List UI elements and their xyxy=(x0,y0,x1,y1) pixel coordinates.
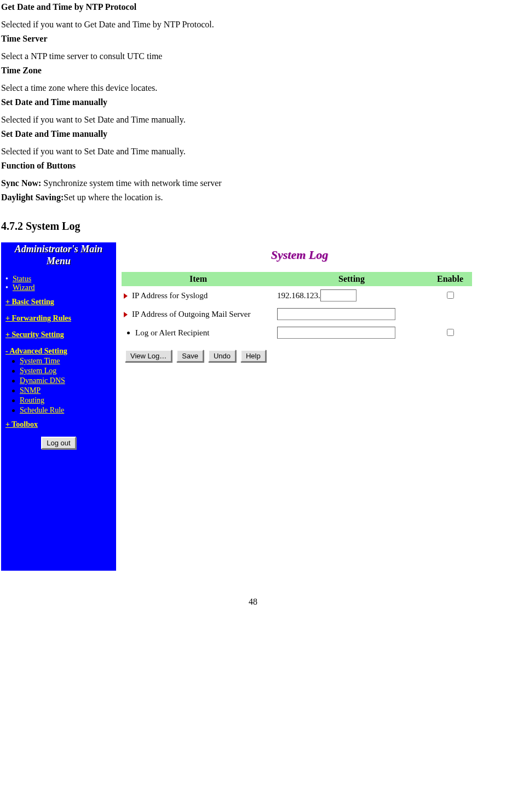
recipient-input[interactable] xyxy=(277,327,395,339)
bullet-icon xyxy=(124,328,135,337)
logout-button[interactable]: Log out xyxy=(41,437,76,449)
table-row: IP Address of Outgoing Mail Server xyxy=(122,305,472,323)
th-item: Item xyxy=(122,272,275,286)
table-row: Log or Alert Recipient xyxy=(122,323,472,342)
heading-ntp: Get Date and Time by NTP Protocol xyxy=(1,2,505,12)
label-sync-now: Sync Now: xyxy=(1,178,43,188)
enable-recipient-checkbox[interactable] xyxy=(447,329,454,336)
sidebar-title-line1: Administrator's Main xyxy=(15,243,103,254)
sidebar-sub-dynamic-dns[interactable]: Dynamic DNS xyxy=(20,376,65,385)
para-time-server: Select a NTP time server to consult UTC … xyxy=(1,51,505,61)
mail-server-input[interactable] xyxy=(277,308,395,320)
heading-set-manual-1: Set Date and Time manually xyxy=(1,97,505,107)
sidebar-group-security[interactable]: + Security Setting xyxy=(5,330,116,339)
undo-button[interactable]: Undo xyxy=(208,350,236,362)
save-button[interactable]: Save xyxy=(176,350,204,362)
ip-prefix: 192.168.123. xyxy=(277,291,320,300)
help-button[interactable]: Help xyxy=(240,350,266,362)
sidebar-sub-schedule-rule[interactable]: Schedule Rule xyxy=(20,406,64,414)
sidebar-sub-system-time[interactable]: System Time xyxy=(20,357,60,365)
ip-syslogd-input[interactable] xyxy=(320,289,357,301)
arrow-icon xyxy=(124,310,132,318)
sidebar-link-status[interactable]: Status xyxy=(13,275,31,283)
para-time-zone: Select a time zone where this device loc… xyxy=(1,83,505,93)
table-row: IP Address for Syslogd 192.168.123. xyxy=(122,286,472,305)
para-set-manual-1: Selected if you want to Set Date and Tim… xyxy=(1,115,505,125)
heading-time-server: Time Server xyxy=(1,34,505,44)
label-mail-server: IP Address of Outgoing Mail Server xyxy=(132,310,251,318)
section-heading-system-log: 4.7.2 System Log xyxy=(1,220,505,233)
sidebar-title-line2: Menu xyxy=(47,256,71,266)
button-row: View Log… Save Undo Help xyxy=(125,350,478,362)
sidebar-sub-system-log[interactable]: System Log xyxy=(20,367,56,375)
heading-function-buttons: Function of Buttons xyxy=(1,161,505,171)
para-sync-now: Sync Now: Synchronize system time with n… xyxy=(1,178,505,188)
th-enable: Enable xyxy=(428,272,472,286)
sidebar-link-wizard[interactable]: Wizard xyxy=(13,283,35,292)
sidebar-sub-routing[interactable]: Routing xyxy=(20,396,44,404)
sidebar-group-toolbox[interactable]: + Toolbox xyxy=(5,420,116,429)
label-ip-syslogd: IP Address for Syslogd xyxy=(132,291,208,300)
arrow-icon xyxy=(124,291,132,300)
text-sync-now: Synchronize system time with network tim… xyxy=(43,178,221,188)
th-setting: Setting xyxy=(275,272,428,286)
label-dst: Daylight Saving: xyxy=(1,193,64,202)
heading-time-zone: Time Zone xyxy=(1,66,505,76)
system-log-table: Item Setting Enable IP Address for Syslo… xyxy=(122,272,472,342)
label-recipient: Log or Alert Recipient xyxy=(135,328,209,337)
enable-syslogd-checkbox[interactable] xyxy=(447,292,454,299)
router-ui-screenshot: Administrator's Main Menu Status Wizard … xyxy=(1,242,478,571)
para-dst: Daylight Saving:Set up where the locatio… xyxy=(1,193,505,202)
sidebar: Administrator's Main Menu Status Wizard … xyxy=(1,242,116,571)
sidebar-group-advanced[interactable]: - Advanced Setting xyxy=(5,347,116,356)
para-ntp: Selected if you want to Get Date and Tim… xyxy=(1,20,505,30)
content-title: System Log xyxy=(122,248,478,262)
page-number: 48 xyxy=(1,571,505,612)
text-dst: Set up where the location is. xyxy=(64,193,163,202)
para-set-manual-2: Selected if you want to Set Date and Tim… xyxy=(1,147,505,156)
view-log-button[interactable]: View Log… xyxy=(125,350,172,362)
sidebar-sub-snmp[interactable]: SNMP xyxy=(20,386,41,395)
heading-set-manual-2: Set Date and Time manually xyxy=(1,129,505,139)
sidebar-group-forwarding[interactable]: + Forwarding Rules xyxy=(5,314,116,323)
content-pane: System Log Item Setting Enable IP Addres… xyxy=(116,242,478,571)
sidebar-group-basic[interactable]: + Basic Setting xyxy=(5,298,116,306)
sidebar-title: Administrator's Main Menu xyxy=(1,243,116,271)
